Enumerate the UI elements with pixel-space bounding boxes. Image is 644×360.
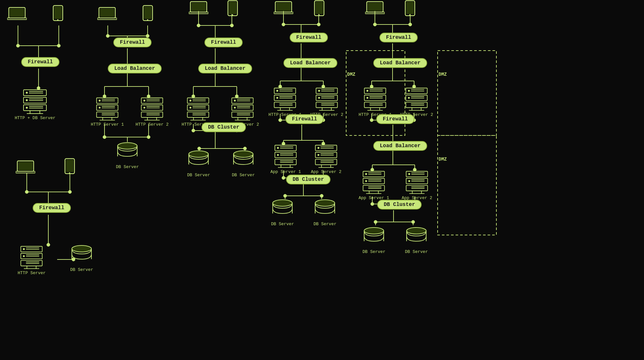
diagram4-app1: App Server 1 [270, 144, 301, 174]
dmz-label-4: DMZ [347, 72, 355, 77]
svg-point-385 [23, 255, 25, 257]
diagram2-tablet [142, 5, 153, 21]
db-icon [362, 227, 385, 248]
dmz-label-5b: DMZ [439, 157, 447, 162]
laptop-icon [97, 6, 117, 21]
svg-point-235 [233, 151, 253, 157]
svg-point-259 [318, 90, 320, 92]
svg-point-137 [47, 243, 50, 246]
diagram1-firewall: Firewall [21, 57, 59, 67]
svg-point-134 [68, 190, 72, 194]
svg-point-371 [407, 227, 426, 234]
svg-point-4 [57, 44, 60, 47]
db-icon [187, 150, 210, 171]
svg-point-133 [25, 190, 28, 194]
diagram5-firewall1: Firewall [379, 33, 418, 42]
diagram4-http1: HTTP Server 1 [268, 86, 301, 117]
svg-point-394 [72, 245, 91, 252]
server-icon [363, 86, 387, 111]
diagram4-tablet [314, 0, 325, 16]
svg-point-49 [198, 147, 201, 150]
svg-point-345 [365, 180, 367, 182]
diagram6-db: DB Server [70, 245, 93, 272]
svg-rect-200 [189, 12, 208, 14]
svg-rect-239 [276, 3, 291, 11]
server-icon [273, 144, 298, 168]
diagram5-http1: HTTP Server 1 [359, 86, 392, 117]
diagram2-laptop [97, 6, 117, 21]
server-icon [273, 86, 297, 111]
svg-point-31 [230, 24, 233, 27]
laptop-icon [7, 6, 27, 21]
svg-point-56 [317, 23, 320, 26]
svg-point-341 [365, 173, 367, 175]
diagram4-lb: Load Balancer [283, 58, 337, 68]
svg-point-311 [409, 14, 411, 16]
diagram4-laptop [274, 0, 293, 15]
svg-point-355 [409, 173, 411, 175]
diagram4-dbcluster: DB Cluster [286, 175, 330, 184]
tablet-icon [64, 158, 75, 174]
diagram4-db1: DB Server [271, 199, 294, 227]
diagram5-dbcluster: DB Cluster [377, 200, 422, 210]
svg-point-3 [16, 44, 20, 47]
svg-point-24 [103, 135, 106, 139]
svg-rect-240 [274, 12, 293, 14]
svg-point-243 [318, 14, 320, 16]
svg-point-186 [143, 107, 145, 109]
svg-point-86 [283, 194, 287, 197]
svg-point-368 [364, 227, 384, 234]
server-icon [404, 86, 429, 111]
diagram5-db1: DB Server [362, 227, 385, 254]
svg-point-195 [118, 143, 137, 149]
svg-point-125 [374, 220, 377, 224]
svg-point-291 [318, 154, 320, 156]
diagram6-tablet [64, 158, 75, 174]
svg-point-245 [276, 90, 278, 92]
diagram5-app1: App Server 1 [359, 170, 389, 200]
server-icon [22, 88, 48, 114]
svg-point-359 [409, 180, 411, 182]
svg-rect-144 [54, 7, 62, 19]
svg-point-249 [276, 97, 278, 99]
dmz-label-5a: DMZ [439, 72, 447, 77]
db-icon [70, 245, 93, 266]
diagram1-server: HTTP + DB Server [15, 88, 56, 120]
svg-rect-376 [16, 171, 35, 173]
db-icon [314, 199, 336, 220]
diagram-canvas: Firewall HTTP + DB Server [0, 0, 644, 360]
svg-rect-242 [315, 2, 323, 14]
svg-point-106 [370, 118, 373, 122]
diagram4-db2: DB Server [314, 199, 336, 227]
db-icon [116, 142, 139, 163]
svg-point-331 [408, 97, 410, 99]
svg-point-287 [318, 147, 320, 149]
svg-point-155 [26, 107, 28, 109]
svg-point-182 [143, 100, 145, 102]
laptop-icon [274, 0, 293, 15]
tablet-icon [227, 0, 238, 16]
laptop-icon [189, 0, 208, 15]
svg-point-381 [23, 248, 25, 250]
svg-rect-202 [229, 2, 236, 14]
svg-point-379 [69, 172, 70, 174]
diagram6-http: HTTP Server [18, 245, 46, 275]
svg-rect-378 [66, 160, 73, 172]
server-icon [19, 245, 44, 269]
svg-point-300 [273, 200, 292, 206]
svg-point-205 [189, 100, 191, 102]
svg-rect-129 [438, 135, 496, 235]
svg-rect-375 [18, 162, 33, 170]
svg-point-30 [197, 24, 200, 27]
svg-point-327 [408, 90, 410, 92]
svg-point-88 [320, 194, 323, 197]
svg-rect-165 [144, 7, 152, 19]
svg-rect-307 [368, 3, 382, 11]
diagram3-tablet [227, 0, 238, 16]
svg-rect-310 [406, 2, 414, 14]
server-icon [314, 86, 339, 111]
diagram1-tablet [52, 5, 64, 21]
svg-point-119 [371, 202, 374, 206]
db-icon [232, 150, 255, 171]
svg-point-303 [315, 200, 335, 206]
